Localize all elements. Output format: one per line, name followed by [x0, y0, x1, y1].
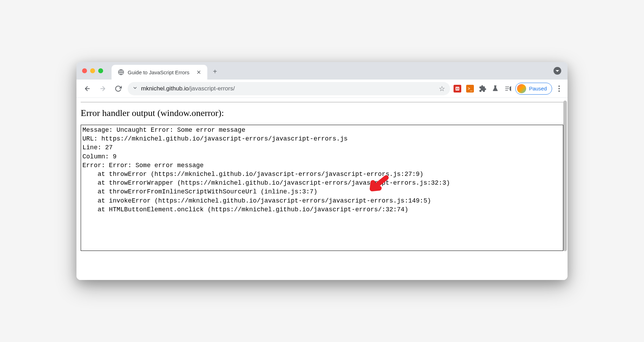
back-button[interactable] [81, 83, 93, 95]
error-output-text: Message: Uncaught Error: Some error mess… [82, 126, 450, 213]
url-path: /javascript-errors/ [189, 85, 235, 92]
extension-icons: >_ [454, 85, 512, 93]
browser-tab[interactable]: Guide to JavaScript Errors ✕ [112, 65, 207, 80]
browser-window: Guide to JavaScript Errors ✕ + mknichel.… [76, 62, 568, 280]
close-tab-button[interactable]: ✕ [196, 69, 201, 76]
extensions-puzzle-icon[interactable] [479, 85, 487, 93]
page-heading: Error handler output (window.onerror): [81, 108, 563, 118]
page-content: Error handler output (window.onerror): M… [76, 98, 568, 280]
bookmark-star-icon[interactable]: ☆ [439, 84, 445, 93]
url-text: mknichel.github.io/javascript-errors/ [141, 85, 435, 92]
chrome-menu-button[interactable] [556, 86, 563, 92]
tab-title: Guide to JavaScript Errors [128, 69, 189, 75]
window-controls [82, 68, 103, 73]
svg-rect-1 [456, 87, 459, 90]
toolbar: mknichel.github.io/javascript-errors/ ☆ … [76, 80, 568, 98]
close-window-button[interactable] [82, 68, 87, 73]
maximize-window-button[interactable] [98, 68, 103, 73]
globe-icon [118, 69, 124, 75]
labs-flask-icon[interactable] [491, 85, 499, 93]
avatar [517, 84, 526, 93]
forward-button[interactable] [97, 83, 109, 95]
site-info-icon[interactable] [133, 86, 137, 92]
reload-button[interactable] [112, 83, 124, 95]
svg-rect-3 [458, 88, 458, 90]
profile-status: Paused [529, 86, 547, 91]
tabs-dropdown-button[interactable] [554, 67, 561, 75]
profile-chip[interactable]: Paused [515, 83, 552, 95]
reading-list-icon[interactable] [504, 85, 512, 93]
error-output-box: Message: Uncaught Error: Some error mess… [81, 125, 563, 251]
minimize-window-button[interactable] [90, 68, 95, 73]
new-tab-button[interactable]: + [213, 68, 217, 76]
address-bar[interactable]: mknichel.github.io/javascript-errors/ ☆ [128, 82, 450, 95]
extension-terminal-icon[interactable]: >_ [466, 85, 474, 93]
extension-storage-icon[interactable] [454, 85, 461, 93]
url-host: mknichel.github.io [141, 85, 189, 92]
svg-rect-2 [456, 88, 457, 90]
titlebar: Guide to JavaScript Errors ✕ + [76, 62, 568, 80]
scrollbar[interactable] [563, 101, 567, 251]
